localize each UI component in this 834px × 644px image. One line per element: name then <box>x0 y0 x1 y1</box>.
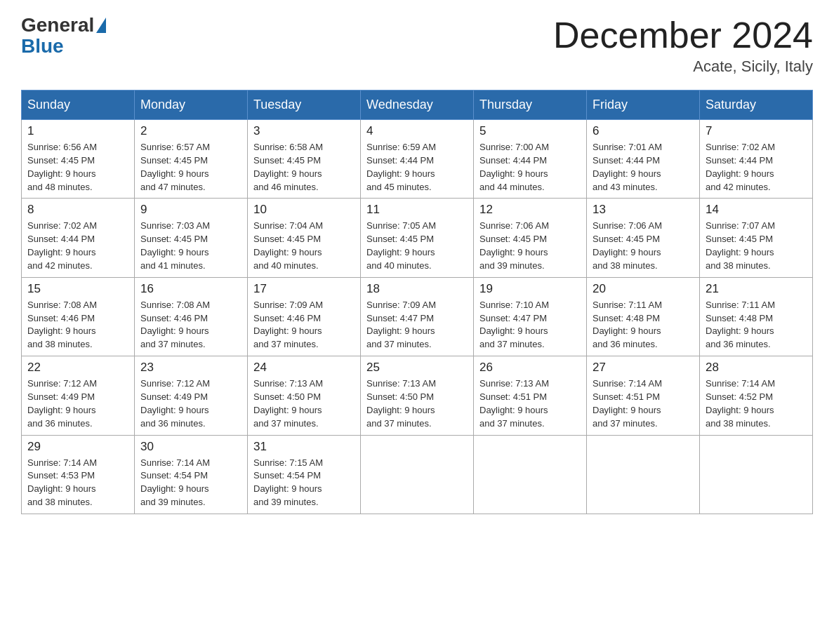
calendar-subtitle: Acate, Sicily, Italy <box>553 58 813 76</box>
day-info: Sunrise: 7:12 AMSunset: 4:49 PMDaylight:… <box>27 377 128 430</box>
calendar-cell: 14Sunrise: 7:07 AMSunset: 4:45 PMDayligh… <box>700 199 813 277</box>
page-header: General Blue December 2024 Acate, Sicily… <box>21 14 813 76</box>
week-row-1: 1Sunrise: 6:56 AMSunset: 4:45 PMDaylight… <box>22 120 813 199</box>
day-info: Sunrise: 7:08 AMSunset: 4:46 PMDaylight:… <box>27 299 128 351</box>
day-info: Sunrise: 6:56 AMSunset: 4:45 PMDaylight:… <box>27 141 128 194</box>
calendar-cell: 9Sunrise: 7:03 AMSunset: 4:45 PMDaylight… <box>135 199 248 277</box>
day-number: 25 <box>366 361 468 375</box>
calendar-cell: 2Sunrise: 6:57 AMSunset: 4:45 PMDaylight… <box>135 120 248 199</box>
day-number: 31 <box>253 440 355 454</box>
day-number: 12 <box>479 203 581 217</box>
day-info: Sunrise: 7:11 AMSunset: 4:48 PMDaylight:… <box>593 299 694 351</box>
day-info: Sunrise: 7:08 AMSunset: 4:46 PMDaylight:… <box>140 299 241 351</box>
column-header-sunday: Sunday <box>22 90 135 120</box>
calendar-table: SundayMondayTuesdayWednesdayThursdayFrid… <box>21 90 813 514</box>
day-number: 4 <box>366 124 468 138</box>
day-info: Sunrise: 7:09 AMSunset: 4:46 PMDaylight:… <box>253 299 355 351</box>
day-number: 22 <box>27 361 128 375</box>
day-number: 7 <box>706 124 807 138</box>
day-info: Sunrise: 7:14 AMSunset: 4:53 PMDaylight:… <box>27 457 128 509</box>
logo: General Blue <box>21 14 106 58</box>
day-number: 18 <box>366 282 468 296</box>
calendar-title: December 2024 <box>553 14 813 56</box>
calendar-cell: 8Sunrise: 7:02 AMSunset: 4:44 PMDaylight… <box>22 199 135 277</box>
day-number: 8 <box>27 203 128 217</box>
column-header-thursday: Thursday <box>474 90 587 120</box>
logo-blue-text: Blue <box>21 35 64 58</box>
calendar-cell: 6Sunrise: 7:01 AMSunset: 4:44 PMDaylight… <box>587 120 700 199</box>
calendar-cell: 5Sunrise: 7:00 AMSunset: 4:44 PMDaylight… <box>474 120 587 199</box>
day-number: 27 <box>593 361 694 375</box>
day-number: 24 <box>253 361 355 375</box>
calendar-cell: 27Sunrise: 7:14 AMSunset: 4:51 PMDayligh… <box>587 356 700 435</box>
calendar-cell: 17Sunrise: 7:09 AMSunset: 4:46 PMDayligh… <box>248 277 361 356</box>
day-number: 26 <box>479 361 581 375</box>
day-number: 13 <box>593 203 694 217</box>
day-number: 11 <box>366 203 468 217</box>
day-info: Sunrise: 7:13 AMSunset: 4:50 PMDaylight:… <box>366 377 468 430</box>
calendar-cell: 7Sunrise: 7:02 AMSunset: 4:44 PMDaylight… <box>700 120 813 199</box>
day-number: 1 <box>27 124 128 138</box>
day-info: Sunrise: 7:12 AMSunset: 4:49 PMDaylight:… <box>140 377 241 430</box>
day-number: 5 <box>479 124 581 138</box>
calendar-cell: 24Sunrise: 7:13 AMSunset: 4:50 PMDayligh… <box>248 356 361 435</box>
calendar-cell: 12Sunrise: 7:06 AMSunset: 4:45 PMDayligh… <box>474 199 587 277</box>
day-info: Sunrise: 7:14 AMSunset: 4:51 PMDaylight:… <box>593 377 694 430</box>
day-number: 20 <box>593 282 694 296</box>
day-number: 19 <box>479 282 581 296</box>
day-info: Sunrise: 7:11 AMSunset: 4:48 PMDaylight:… <box>706 299 807 351</box>
logo-general-text: General <box>21 14 94 36</box>
calendar-cell: 25Sunrise: 7:13 AMSunset: 4:50 PMDayligh… <box>361 356 474 435</box>
day-info: Sunrise: 7:05 AMSunset: 4:45 PMDaylight:… <box>366 220 468 272</box>
day-info: Sunrise: 7:02 AMSunset: 4:44 PMDaylight:… <box>27 220 128 272</box>
day-number: 2 <box>140 124 241 138</box>
day-number: 21 <box>706 282 807 296</box>
calendar-cell: 20Sunrise: 7:11 AMSunset: 4:48 PMDayligh… <box>587 277 700 356</box>
week-row-2: 8Sunrise: 7:02 AMSunset: 4:44 PMDaylight… <box>22 199 813 277</box>
week-row-5: 29Sunrise: 7:14 AMSunset: 4:53 PMDayligh… <box>22 435 813 514</box>
calendar-cell <box>587 435 700 514</box>
day-info: Sunrise: 7:06 AMSunset: 4:45 PMDaylight:… <box>593 220 694 272</box>
day-info: Sunrise: 7:15 AMSunset: 4:54 PMDaylight:… <box>253 457 355 509</box>
calendar-header-row: SundayMondayTuesdayWednesdayThursdayFrid… <box>22 90 813 120</box>
day-number: 23 <box>140 361 241 375</box>
day-info: Sunrise: 7:03 AMSunset: 4:45 PMDaylight:… <box>140 220 241 272</box>
calendar-cell <box>700 435 813 514</box>
column-header-monday: Monday <box>135 90 248 120</box>
calendar-cell: 18Sunrise: 7:09 AMSunset: 4:47 PMDayligh… <box>361 277 474 356</box>
title-section: December 2024 Acate, Sicily, Italy <box>553 14 813 76</box>
day-info: Sunrise: 6:58 AMSunset: 4:45 PMDaylight:… <box>253 141 355 194</box>
day-number: 28 <box>706 361 807 375</box>
day-info: Sunrise: 7:13 AMSunset: 4:50 PMDaylight:… <box>253 377 355 430</box>
day-number: 10 <box>253 203 355 217</box>
day-number: 16 <box>140 282 241 296</box>
week-row-4: 22Sunrise: 7:12 AMSunset: 4:49 PMDayligh… <box>22 356 813 435</box>
column-header-saturday: Saturday <box>700 90 813 120</box>
day-info: Sunrise: 7:02 AMSunset: 4:44 PMDaylight:… <box>706 141 807 194</box>
calendar-cell: 1Sunrise: 6:56 AMSunset: 4:45 PMDaylight… <box>22 120 135 199</box>
calendar-cell: 23Sunrise: 7:12 AMSunset: 4:49 PMDayligh… <box>135 356 248 435</box>
column-header-friday: Friday <box>587 90 700 120</box>
calendar-cell: 13Sunrise: 7:06 AMSunset: 4:45 PMDayligh… <box>587 199 700 277</box>
day-info: Sunrise: 6:59 AMSunset: 4:44 PMDaylight:… <box>366 141 468 194</box>
calendar-cell: 3Sunrise: 6:58 AMSunset: 4:45 PMDaylight… <box>248 120 361 199</box>
calendar-cell: 4Sunrise: 6:59 AMSunset: 4:44 PMDaylight… <box>361 120 474 199</box>
day-number: 9 <box>140 203 241 217</box>
calendar-cell: 29Sunrise: 7:14 AMSunset: 4:53 PMDayligh… <box>22 435 135 514</box>
calendar-cell: 15Sunrise: 7:08 AMSunset: 4:46 PMDayligh… <box>22 277 135 356</box>
day-info: Sunrise: 7:07 AMSunset: 4:45 PMDaylight:… <box>706 220 807 272</box>
calendar-cell: 16Sunrise: 7:08 AMSunset: 4:46 PMDayligh… <box>135 277 248 356</box>
day-number: 14 <box>706 203 807 217</box>
day-info: Sunrise: 7:09 AMSunset: 4:47 PMDaylight:… <box>366 299 468 351</box>
calendar-cell: 26Sunrise: 7:13 AMSunset: 4:51 PMDayligh… <box>474 356 587 435</box>
day-info: Sunrise: 7:14 AMSunset: 4:54 PMDaylight:… <box>140 457 241 509</box>
calendar-cell: 30Sunrise: 7:14 AMSunset: 4:54 PMDayligh… <box>135 435 248 514</box>
day-info: Sunrise: 7:13 AMSunset: 4:51 PMDaylight:… <box>479 377 581 430</box>
day-number: 29 <box>27 440 128 454</box>
calendar-cell: 11Sunrise: 7:05 AMSunset: 4:45 PMDayligh… <box>361 199 474 277</box>
day-info: Sunrise: 6:57 AMSunset: 4:45 PMDaylight:… <box>140 141 241 194</box>
day-number: 3 <box>253 124 355 138</box>
calendar-cell: 10Sunrise: 7:04 AMSunset: 4:45 PMDayligh… <box>248 199 361 277</box>
day-info: Sunrise: 7:06 AMSunset: 4:45 PMDaylight:… <box>479 220 581 272</box>
calendar-cell: 21Sunrise: 7:11 AMSunset: 4:48 PMDayligh… <box>700 277 813 356</box>
